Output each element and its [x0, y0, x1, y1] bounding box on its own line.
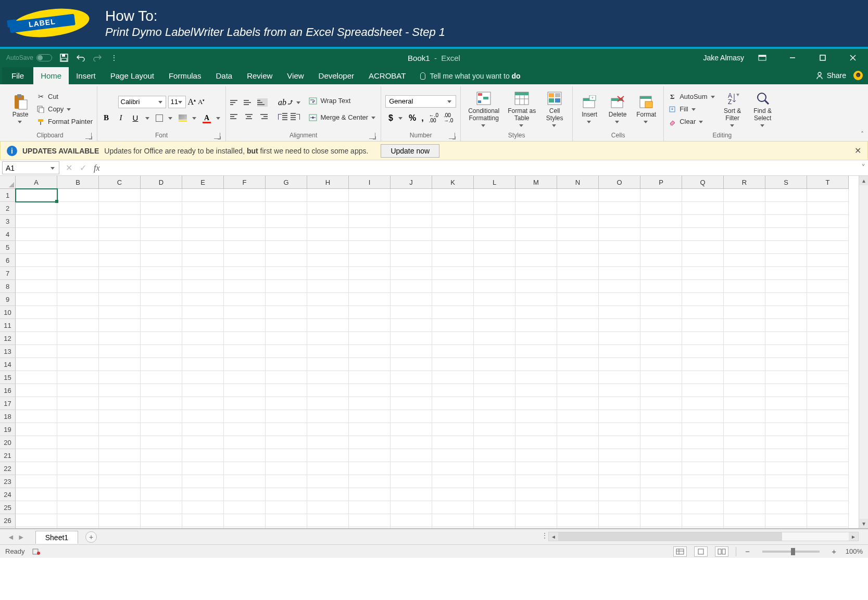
cell[interactable]: [182, 397, 224, 410]
tab-developer[interactable]: Developer: [311, 67, 361, 84]
comma-button[interactable]: ,: [421, 113, 423, 123]
cell[interactable]: [99, 436, 141, 449]
cell[interactable]: [99, 475, 141, 488]
cell[interactable]: [349, 189, 391, 202]
tab-formulas[interactable]: Formulas: [161, 67, 209, 84]
cell[interactable]: [474, 228, 515, 241]
cell[interactable]: [307, 215, 349, 228]
cell[interactable]: [724, 306, 765, 319]
cell[interactable]: [640, 501, 682, 514]
cell[interactable]: [682, 319, 724, 332]
cell[interactable]: [266, 501, 307, 514]
cell[interactable]: [765, 189, 807, 202]
cell[interactable]: [640, 436, 682, 449]
cell[interactable]: [391, 241, 432, 254]
column-header[interactable]: H: [307, 176, 349, 189]
font-color-button[interactable]: A: [203, 114, 211, 122]
cell[interactable]: [307, 202, 349, 215]
cell[interactable]: [599, 488, 640, 501]
cell[interactable]: [224, 384, 266, 397]
row-header[interactable]: 7: [0, 267, 16, 280]
cell[interactable]: [224, 267, 266, 280]
cell[interactable]: [99, 410, 141, 423]
format-painter-button[interactable]: Format Painter: [36, 116, 93, 127]
cell[interactable]: [307, 228, 349, 241]
cell[interactable]: [432, 423, 474, 436]
cell[interactable]: [16, 514, 57, 527]
tab-insert[interactable]: Insert: [69, 67, 103, 84]
row-header[interactable]: 6: [0, 254, 16, 267]
autosum-button[interactable]: ΣAutoSum: [668, 91, 715, 103]
cell[interactable]: [349, 241, 391, 254]
cell[interactable]: [266, 293, 307, 306]
cell[interactable]: [432, 189, 474, 202]
decrease-font-button[interactable]: A▾: [198, 98, 205, 106]
cell[interactable]: [349, 475, 391, 488]
row-header[interactable]: 20: [0, 436, 16, 449]
cell[interactable]: [557, 423, 599, 436]
cell[interactable]: [599, 254, 640, 267]
cell[interactable]: [515, 293, 557, 306]
cell[interactable]: [432, 475, 474, 488]
cell[interactable]: [807, 410, 849, 423]
cell[interactable]: [765, 202, 807, 215]
cell[interactable]: [307, 280, 349, 293]
row-header[interactable]: 8: [0, 280, 16, 293]
cell[interactable]: [141, 397, 182, 410]
column-header[interactable]: A: [16, 176, 57, 189]
tab-file[interactable]: File: [2, 67, 33, 84]
cell[interactable]: [224, 423, 266, 436]
cell[interactable]: [474, 462, 515, 475]
cell[interactable]: [640, 319, 682, 332]
cell[interactable]: [57, 410, 99, 423]
cell[interactable]: [557, 436, 599, 449]
cell[interactable]: [557, 358, 599, 371]
cell[interactable]: [807, 280, 849, 293]
cell[interactable]: [682, 410, 724, 423]
cell[interactable]: [557, 397, 599, 410]
name-box[interactable]: A1: [2, 161, 59, 174]
cell[interactable]: [474, 436, 515, 449]
cell[interactable]: [682, 358, 724, 371]
cell[interactable]: [141, 462, 182, 475]
cell[interactable]: [182, 267, 224, 280]
cell[interactable]: [224, 488, 266, 501]
cell[interactable]: [307, 436, 349, 449]
cell[interactable]: [599, 462, 640, 475]
format-cells-button[interactable]: Format: [633, 89, 659, 130]
cell[interactable]: [99, 514, 141, 527]
cell[interactable]: [682, 423, 724, 436]
cell[interactable]: [99, 254, 141, 267]
cell[interactable]: [474, 241, 515, 254]
row-header[interactable]: 24: [0, 488, 16, 501]
cell[interactable]: [349, 228, 391, 241]
cell[interactable]: [57, 384, 99, 397]
column-header[interactable]: I: [349, 176, 391, 189]
cell[interactable]: [515, 423, 557, 436]
macro-record-icon[interactable]: [32, 548, 41, 555]
cell[interactable]: [266, 514, 307, 527]
cell[interactable]: [599, 280, 640, 293]
cell[interactable]: [765, 241, 807, 254]
cell[interactable]: [557, 189, 599, 202]
cell[interactable]: [16, 319, 57, 332]
cell[interactable]: [807, 267, 849, 280]
hscroll-thumb[interactable]: [558, 532, 782, 541]
clear-button[interactable]: Clear: [668, 116, 715, 127]
cell[interactable]: [266, 267, 307, 280]
cell[interactable]: [349, 397, 391, 410]
cell[interactable]: [349, 449, 391, 462]
cell[interactable]: [307, 514, 349, 527]
copy-button[interactable]: Copy: [36, 104, 93, 115]
tab-review[interactable]: Review: [240, 67, 280, 84]
cell[interactable]: [224, 358, 266, 371]
cell[interactable]: [474, 345, 515, 358]
cell[interactable]: [432, 202, 474, 215]
cell[interactable]: [515, 384, 557, 397]
cell[interactable]: [474, 423, 515, 436]
cell[interactable]: [432, 514, 474, 527]
cell[interactable]: [599, 449, 640, 462]
cell[interactable]: [474, 332, 515, 345]
cell[interactable]: [724, 384, 765, 397]
cell[interactable]: [391, 514, 432, 527]
